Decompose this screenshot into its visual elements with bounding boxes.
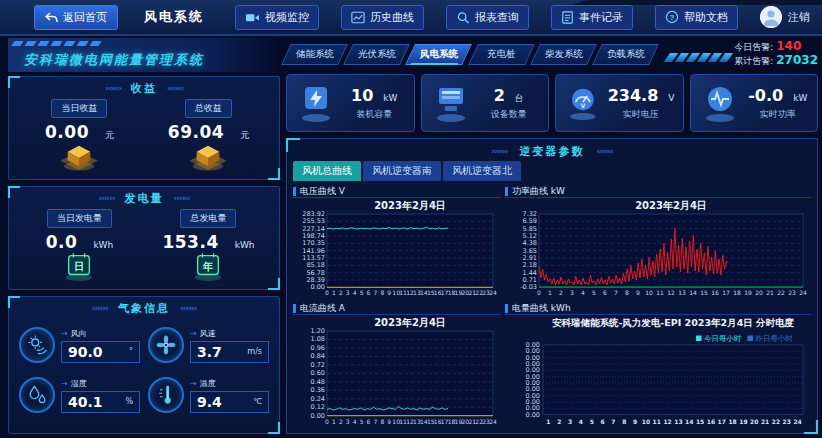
humidity-value: 40.1 [68, 394, 103, 410]
content-area: 储能系统 光伏系统 风电系统 充电桩 柴发系统 负载系统 今日告警: 140 累… [286, 38, 818, 434]
video-camera-icon [245, 11, 260, 24]
temperature-value: 9.4 [197, 394, 222, 410]
tab-wind-system[interactable]: 风电系统 [406, 44, 473, 65]
help-doc-button[interactable]: ? 帮助文档 [655, 5, 738, 30]
svg-text:0.84: 0.84 [311, 353, 325, 361]
temperature-box: 9.4 ℃ [190, 391, 269, 413]
connector-arrow-icon: → [61, 329, 68, 338]
accent-bar [505, 304, 508, 313]
power-chart-label: 功率曲线 kW [512, 185, 565, 198]
svg-text:2023年2月4日: 2023年2月4日 [635, 200, 707, 211]
wind-speed-unit: m/s [247, 347, 262, 356]
temperature-unit: ℃ [253, 397, 262, 406]
svg-text:2023年2月4日: 2023年2月4日 [374, 317, 446, 328]
today-revenue-badge: 当日收益 [51, 99, 107, 118]
fan-icon [148, 327, 184, 363]
svg-text:0.72: 0.72 [311, 361, 325, 369]
today-generation-value: 0.0 [46, 232, 78, 252]
svg-text:2: 2 [339, 289, 343, 296]
installed-capacity-value: 10 [351, 86, 373, 105]
svg-text:?: ? [670, 13, 675, 22]
slash-decoration [667, 53, 730, 62]
back-arrow-icon [45, 12, 58, 23]
tab-storage-system[interactable]: 储能系统 [281, 44, 348, 65]
wind-direction-value: 90.0 [68, 344, 103, 360]
video-monitor-button[interactable]: 视频监控 [235, 5, 319, 30]
total-alarm-label: 累计告警: [734, 56, 773, 66]
realtime-power-value: -0.0 [748, 86, 783, 105]
svg-text:1.20: 1.20 [311, 327, 325, 335]
svg-text:20: 20 [755, 289, 763, 296]
generation-panel: 发电量 当日发电量 0.0 kWh [8, 186, 280, 290]
svg-text:13: 13 [674, 418, 682, 425]
svg-text:4: 4 [581, 289, 585, 296]
page-title: 风电系统 [144, 8, 204, 26]
tab-pv-system[interactable]: 光伏系统 [343, 44, 410, 65]
svg-text:8: 8 [622, 418, 626, 425]
svg-text:11: 11 [653, 418, 661, 425]
svg-text:0.48: 0.48 [311, 378, 325, 386]
svg-text:12: 12 [667, 289, 675, 296]
avatar [760, 6, 782, 28]
svg-text:-0.03: -0.03 [520, 283, 537, 291]
humidity-label: 湿度 [71, 378, 87, 389]
total-revenue-metric: 总收益 69.04 元 [149, 99, 268, 172]
svg-text:9: 9 [387, 289, 391, 296]
svg-text:22: 22 [772, 418, 780, 425]
total-revenue-unit: 元 [240, 129, 249, 142]
today-revenue-unit: 元 [105, 129, 114, 142]
svg-text:日: 日 [74, 260, 84, 272]
svg-text:1: 1 [548, 289, 552, 296]
tab-load-system[interactable]: 负载系统 [592, 44, 659, 65]
wind-direction-icon [19, 327, 55, 363]
voltage-chart-label: 电压曲线 V [300, 185, 345, 198]
current-chart-head: 电流曲线 A [293, 302, 501, 315]
chevrons-right-decoration [105, 83, 121, 93]
total-generation-value: 153.4 [162, 232, 218, 252]
current-chart-panel: 电流曲线 A 2023年2月4日1.201.080.960.840.720.60… [293, 302, 501, 427]
humidity-unit: % [125, 397, 133, 406]
tab-turbine-inverter-south[interactable]: 风机逆变器南 [363, 161, 441, 181]
realtime-power-label: 实时功率 [747, 108, 810, 121]
wind-direction-unit: ° [129, 347, 133, 356]
svg-text:6: 6 [367, 289, 371, 296]
revenue-panel-title: 收益 [131, 81, 157, 96]
energy-chart-head: 电量曲线 kWh [505, 302, 811, 315]
svg-text:10: 10 [642, 418, 650, 425]
tab-turbine-total-curve[interactable]: 风机总曲线 [293, 161, 361, 181]
today-generation-badge: 当日发电量 [47, 209, 112, 228]
event-record-button[interactable]: 事件记录 [551, 5, 633, 30]
svg-text:11: 11 [656, 289, 664, 296]
svg-text:21: 21 [766, 289, 774, 296]
realtime-voltage-value: 234.8 [608, 86, 659, 105]
search-icon [456, 11, 470, 24]
back-home-button[interactable]: 返回首页 [34, 5, 118, 30]
wind-direction-label: 风向 [71, 328, 87, 339]
back-home-label: 返回首页 [63, 10, 107, 25]
svg-text:0.36: 0.36 [311, 387, 325, 395]
tab-charging-pile[interactable]: 充电桩 [468, 44, 535, 65]
report-query-button[interactable]: 报表查询 [446, 5, 529, 30]
svg-text:0.00: 0.00 [526, 411, 540, 419]
system-title: 安科瑞微电网能量管理系统 [24, 51, 204, 69]
tab-turbine-inverter-north[interactable]: 风机逆变器北 [443, 161, 521, 181]
today-alarm-label: 今日告警: [734, 42, 773, 52]
svg-text:9: 9 [636, 289, 640, 296]
today-revenue-metric: 当日收益 0.00 元 [20, 99, 139, 172]
accent-bar [293, 304, 296, 313]
svg-text:5: 5 [360, 289, 364, 296]
svg-text:2023年2月4日: 2023年2月4日 [374, 200, 446, 211]
chevrons-right-decoration [92, 303, 108, 313]
tab-diesel-system[interactable]: 柴发系统 [530, 44, 597, 65]
svg-text:18: 18 [728, 418, 736, 425]
logout-label: 注销 [788, 10, 810, 25]
installed-capacity-card: 10 kW 装机容量 [286, 74, 415, 132]
svg-text:14: 14 [685, 418, 693, 425]
user-menu[interactable]: 注销 [760, 6, 810, 28]
svg-text:5: 5 [360, 418, 364, 425]
svg-text:8: 8 [625, 289, 629, 296]
history-curve-button[interactable]: 历史曲线 [341, 5, 424, 30]
installed-capacity-unit: kW [383, 93, 397, 103]
weather-panel-header: 气象信息 [9, 297, 279, 319]
svg-text:12: 12 [663, 418, 671, 425]
